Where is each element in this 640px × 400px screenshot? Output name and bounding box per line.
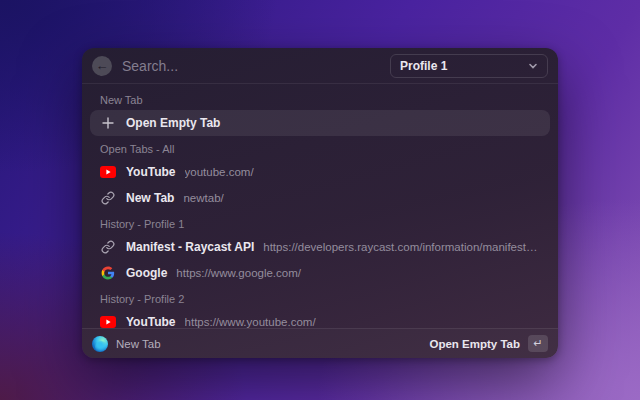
list-item[interactable]: YouTube youtube.com/: [90, 159, 550, 185]
footer-app: New Tab: [92, 336, 161, 352]
link-icon: [100, 239, 116, 255]
profile-dropdown-value: Profile 1: [400, 59, 447, 73]
row-subtitle: youtube.com/: [185, 166, 540, 178]
desktop-background: ← Profile 1 New Tab Open Empty Tab Open …: [0, 0, 640, 400]
youtube-icon: [100, 314, 116, 328]
footer-app-name: New Tab: [116, 338, 161, 350]
results-list: New Tab Open Empty Tab Open Tabs - All Y…: [82, 84, 558, 328]
section-title: New Tab: [90, 87, 550, 110]
primary-action[interactable]: Open Empty Tab ↵: [429, 335, 548, 352]
result-section: History - Profile 2 YouTube https://www.…: [90, 286, 550, 328]
section-items: YouTube youtube.com/ New Tab newtab/: [90, 159, 550, 211]
list-item[interactable]: Open Empty Tab: [90, 110, 550, 136]
youtube-icon: [100, 164, 116, 180]
search-input[interactable]: [122, 58, 380, 74]
list-item[interactable]: Manifest - Raycast API https://developer…: [90, 234, 550, 260]
arrow-left-icon: ←: [96, 59, 109, 72]
result-section: Open Tabs - All YouTube youtube.com/ New…: [90, 136, 550, 211]
row-subtitle: https://www.google.com/: [176, 267, 540, 279]
section-items: Open Empty Tab: [90, 110, 550, 136]
row-subtitle: https://developers.raycast.com/informati…: [263, 241, 540, 253]
section-title: History - Profile 2: [90, 286, 550, 309]
result-section: New Tab Open Empty Tab: [90, 87, 550, 136]
row-title: Open Empty Tab: [126, 116, 220, 130]
profile-dropdown[interactable]: Profile 1: [390, 54, 548, 78]
google-icon: [100, 265, 116, 281]
plus-icon: [100, 115, 116, 131]
back-button[interactable]: ←: [92, 56, 112, 76]
search-header: ← Profile 1: [82, 48, 558, 84]
list-item[interactable]: New Tab newtab/: [90, 185, 550, 211]
footer-bar: New Tab Open Empty Tab ↵: [82, 328, 558, 358]
row-subtitle: newtab/: [183, 192, 540, 204]
enter-key-icon: ↵: [528, 335, 548, 352]
section-title: History - Profile 1: [90, 211, 550, 234]
chevron-down-icon: [528, 61, 538, 71]
row-title: YouTube: [126, 315, 176, 328]
list-item[interactable]: Google https://www.google.com/: [90, 260, 550, 286]
raycast-command-palette: ← Profile 1 New Tab Open Empty Tab Open …: [82, 48, 558, 358]
list-item[interactable]: YouTube https://www.youtube.com/: [90, 309, 550, 328]
link-icon: [100, 190, 116, 206]
row-title: Manifest - Raycast API: [126, 240, 254, 254]
row-title: YouTube: [126, 165, 176, 179]
row-title: Google: [126, 266, 167, 280]
primary-action-label: Open Empty Tab: [429, 338, 520, 350]
section-title: Open Tabs - All: [90, 136, 550, 159]
result-section: History - Profile 1 Manifest - Raycast A…: [90, 211, 550, 286]
section-items: Manifest - Raycast API https://developer…: [90, 234, 550, 286]
row-subtitle: https://www.youtube.com/: [185, 316, 540, 328]
section-items: YouTube https://www.youtube.com/: [90, 309, 550, 328]
row-title: New Tab: [126, 191, 174, 205]
edge-icon: [92, 336, 108, 352]
